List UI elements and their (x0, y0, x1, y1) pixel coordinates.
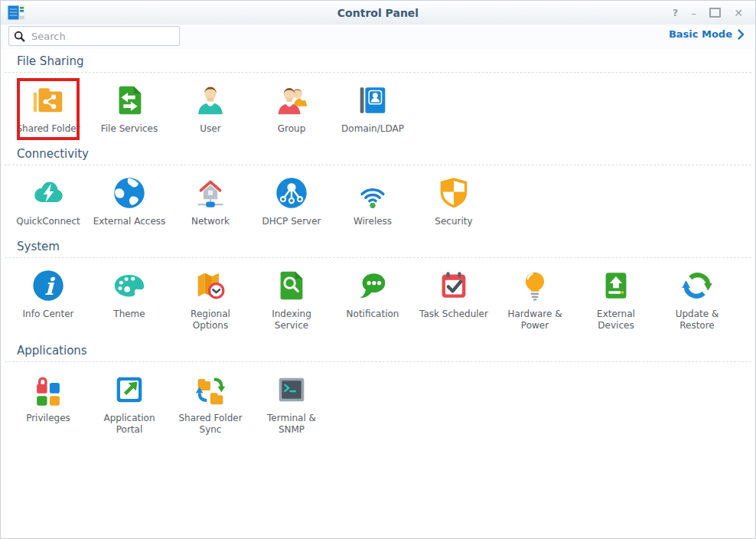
section-title: File Sharing (1, 49, 755, 72)
item-label: External Access (93, 216, 166, 227)
control-panel-item-shared-folder[interactable]: Shared Folder (8, 82, 89, 135)
minimize-button[interactable]: – (691, 8, 696, 18)
window-title: Control Panel (1, 7, 755, 19)
section-connectivity: Connectivity QuickConnect External Acces… (1, 142, 755, 234)
control-panel-item-dhcp-server[interactable]: DHCP Server (251, 175, 332, 227)
item-label: Wireless (354, 216, 392, 227)
control-panel-item-external-devices[interactable]: External Devices (575, 267, 657, 332)
item-label: Hardware & Power (497, 309, 572, 332)
item-label: Shared Folder (16, 123, 80, 135)
item-label: Group (278, 123, 306, 135)
file-services-icon (111, 82, 148, 119)
toolbar: Basic Mode (1, 24, 755, 49)
indexing-service-icon (273, 267, 310, 304)
help-button[interactable]: ? (673, 8, 679, 18)
terminal-snmp-icon (273, 371, 310, 408)
section-items: QuickConnect External Access Network DHC… (1, 165, 755, 234)
item-label: Indexing Service (254, 309, 329, 332)
item-label: Regional Options (173, 309, 248, 332)
section-items: Privileges Application Portal Shared Fol… (1, 362, 755, 443)
item-label: Info Center (23, 309, 74, 320)
basic-mode-link[interactable]: Basic Mode (669, 28, 745, 40)
item-label: Theme (113, 309, 145, 320)
shared-folder-icon (30, 82, 67, 119)
user-icon (192, 82, 229, 119)
section-title: Applications (1, 338, 755, 361)
control-panel-item-group[interactable]: Group (251, 82, 332, 135)
wireless-icon (354, 175, 391, 211)
item-label: External Devices (578, 309, 653, 332)
control-panel-item-hardware-power[interactable]: Hardware & Power (494, 267, 575, 332)
item-label: QuickConnect (16, 216, 80, 227)
control-panel-item-theme[interactable]: Theme (89, 267, 170, 332)
control-panel-window: Control Panel ? – ✕ Basic Mode File Shar… (0, 0, 756, 539)
item-label: Domain/LDAP (341, 123, 404, 135)
item-label: Terminal & SNMP (254, 413, 329, 436)
control-panel-item-quickconnect[interactable]: QuickConnect (8, 175, 89, 227)
close-button[interactable]: ✕ (734, 8, 743, 18)
control-panel-sections: File Sharing Shared Folder File Services… (1, 49, 755, 443)
item-label: Task Scheduler (419, 309, 488, 320)
search-box[interactable] (8, 26, 180, 46)
control-panel-item-regional-options[interactable]: Regional Options (170, 267, 251, 332)
item-label: DHCP Server (262, 216, 321, 227)
chevron-right-icon (738, 29, 745, 40)
control-panel-item-terminal-snmp[interactable]: Terminal & SNMP (251, 371, 332, 436)
external-access-icon (111, 175, 148, 211)
control-panel-item-security[interactable]: Security (413, 175, 494, 227)
section-system: System i Info Center Theme Regional Opti… (1, 234, 755, 338)
theme-icon (111, 267, 148, 304)
control-panel-item-external-access[interactable]: External Access (89, 175, 170, 227)
item-label: Security (435, 216, 472, 227)
section-applications: Applications Privileges Application Port… (1, 338, 755, 443)
control-panel-item-info-center[interactable]: i Info Center (8, 267, 89, 332)
security-icon (435, 175, 472, 211)
info-center-icon: i (30, 267, 67, 304)
section-title: System (1, 234, 755, 257)
window-controls: ? – ✕ (673, 8, 755, 18)
control-panel-item-application-portal[interactable]: Application Portal (89, 371, 170, 436)
search-input[interactable] (30, 30, 174, 43)
control-panel-item-shared-folder-sync[interactable]: Shared Folder Sync (170, 371, 251, 436)
item-label: Network (191, 216, 230, 227)
control-panel-item-network[interactable]: Network (170, 175, 251, 227)
section-title: Connectivity (1, 142, 755, 165)
update-restore-icon (679, 267, 715, 304)
quickconnect-icon (30, 175, 67, 211)
section-file-sharing: File Sharing Shared Folder File Services… (1, 49, 755, 142)
external-devices-icon (598, 267, 634, 304)
group-icon (273, 82, 310, 119)
control-panel-item-wireless[interactable]: Wireless (332, 175, 413, 227)
control-panel-app-icon (7, 5, 25, 21)
item-label: Update & Restore (660, 309, 735, 332)
basic-mode-label: Basic Mode (669, 28, 732, 40)
control-panel-item-update-restore[interactable]: Update & Restore (657, 267, 738, 332)
search-icon (14, 31, 25, 42)
shared-folder-sync-icon (192, 371, 229, 408)
item-label: Notification (347, 309, 399, 320)
privileges-icon (30, 371, 67, 408)
section-items: Shared Folder File Services User Group D… (1, 73, 755, 142)
control-panel-item-task-scheduler[interactable]: Task Scheduler (413, 267, 494, 332)
title-bar: Control Panel ? – ✕ (1, 1, 755, 24)
item-label: Shared Folder Sync (173, 413, 248, 436)
network-icon (192, 175, 229, 211)
section-items: i Info Center Theme Regional Options Ind… (1, 258, 755, 338)
control-panel-item-file-services[interactable]: File Services (89, 82, 170, 135)
item-label: User (200, 123, 220, 135)
task-scheduler-icon (435, 267, 472, 304)
item-label: Application Portal (92, 413, 167, 436)
control-panel-item-domain-ldap[interactable]: Domain/LDAP (332, 82, 413, 135)
maximize-button[interactable] (709, 8, 721, 18)
regional-options-icon (192, 267, 229, 304)
domain-ldap-icon (354, 82, 391, 119)
control-panel-item-user[interactable]: User (170, 82, 251, 135)
control-panel-item-indexing-service[interactable]: Indexing Service (251, 267, 332, 332)
item-label: File Services (101, 123, 158, 135)
application-portal-icon (111, 371, 148, 408)
item-label: Privileges (26, 413, 70, 424)
notification-icon (354, 267, 391, 304)
hardware-power-icon (516, 267, 553, 304)
control-panel-item-privileges[interactable]: Privileges (8, 371, 89, 436)
control-panel-item-notification[interactable]: Notification (332, 267, 413, 332)
